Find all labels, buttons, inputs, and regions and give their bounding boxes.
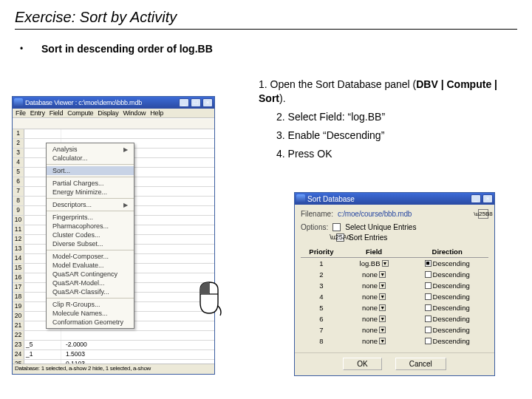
sort-titlebar[interactable]: Sort Database _ ×: [295, 193, 494, 205]
cell[interactable]: [24, 331, 61, 340]
row-number: 9: [13, 206, 24, 215]
priority-cell: 1: [301, 258, 342, 270]
unique-checkbox[interactable]: [332, 223, 341, 231]
field-dropdown[interactable]: ▼: [379, 338, 386, 344]
minimize-button[interactable]: _: [471, 194, 481, 203]
menu-item[interactable]: Calculator...: [47, 154, 134, 163]
field-value: log.BB: [360, 259, 381, 267]
filename-browse-button[interactable]: \u25B8: [478, 209, 488, 219]
menu-item[interactable]: Analysis▶: [47, 145, 134, 154]
sortentries-checkbox[interactable]: \u25A0: [336, 233, 344, 242]
direction-label: Descending: [433, 337, 470, 345]
table-row[interactable]: 1: [13, 129, 214, 139]
cancel-button[interactable]: Cancel: [395, 358, 446, 370]
cell[interactable]: -2.0000: [61, 341, 98, 349]
direction-checkbox[interactable]: [425, 316, 432, 322]
sort-row: 1log.BB ▼■Descending: [301, 258, 488, 270]
sortentries-label: Sort Entries: [349, 233, 387, 242]
sort-table: Priority Field Direction 1log.BB ▼■Desce…: [301, 246, 488, 347]
menu-help[interactable]: Help: [150, 109, 163, 117]
dbv-titlebar[interactable]: Database Viewer : c:\moe\demo\bbb.mdb _ …: [13, 97, 214, 109]
direction-checkbox[interactable]: [425, 327, 432, 333]
cell[interactable]: [61, 129, 98, 138]
close-button[interactable]: ×: [202, 98, 213, 107]
col-field: Field: [342, 246, 406, 258]
menu-item[interactable]: Model-Composer...: [47, 252, 134, 261]
field-value: none: [362, 293, 378, 301]
menu-item[interactable]: Partial Charges...: [47, 179, 134, 188]
menu-item[interactable]: Model Evaluate...: [47, 261, 134, 270]
menu-item[interactable]: Descriptors...▶: [47, 200, 134, 209]
field-dropdown[interactable]: ▼: [379, 327, 386, 333]
minimize-button[interactable]: _: [179, 98, 189, 107]
menu-separator: [47, 164, 134, 165]
direction-label: Descending: [433, 293, 470, 301]
menu-entry[interactable]: Entry: [30, 109, 45, 117]
field-dropdown[interactable]: ▼: [379, 316, 386, 322]
ok-button[interactable]: OK: [343, 358, 381, 370]
close-button[interactable]: ×: [482, 194, 493, 203]
dbv-toolbar: [13, 119, 214, 129]
field-dropdown[interactable]: ▼: [379, 293, 386, 300]
menu-field[interactable]: Field: [50, 109, 64, 117]
direction-label: Descending: [433, 326, 470, 334]
dbv-statusbar: Database: 1 selected, a-show 2 hide, 1 s…: [13, 364, 214, 374]
row-number: 24: [13, 350, 24, 359]
menu-compute[interactable]: Compute: [67, 109, 93, 117]
menu-item[interactable]: Clip R-Groups...: [47, 300, 134, 309]
cell[interactable]: _1: [24, 350, 61, 359]
sort-title-text: Sort Database: [307, 195, 468, 203]
menu-file[interactable]: File: [16, 109, 26, 117]
row-number: 3: [13, 149, 24, 157]
field-value: none: [362, 270, 378, 279]
field-dropdown[interactable]: ▼: [379, 271, 386, 278]
menu-item[interactable]: Cluster Codes...: [47, 231, 134, 239]
direction-label: Descending: [433, 315, 470, 323]
row-number: 18: [13, 293, 24, 301]
field-value: none: [362, 315, 378, 323]
field-value: none: [362, 337, 378, 345]
cell[interactable]: [24, 129, 61, 138]
table-row[interactable]: 23_5-2.0000: [13, 341, 214, 350]
menu-item[interactable]: Sort...: [47, 166, 134, 175]
field-dropdown[interactable]: ▼: [379, 304, 386, 311]
direction-checkbox[interactable]: [425, 282, 432, 289]
dbv-menubar[interactable]: File Entry Field Compute Display Window …: [13, 109, 214, 118]
menu-item[interactable]: QuaSAR-Classify...: [47, 287, 134, 296]
compute-menu[interactable]: Analysis▶Calculator...Sort...Partial Cha…: [46, 143, 134, 329]
menu-item[interactable]: Diverse Subset...: [47, 239, 134, 248]
app-icon: [14, 98, 23, 107]
menu-item[interactable]: Energy Minimize...: [47, 188, 134, 197]
cell[interactable]: [61, 331, 98, 340]
row-number: 17: [13, 283, 24, 292]
field-value: none: [362, 304, 378, 312]
sort-row: 6none ▼Descending: [301, 313, 488, 324]
direction-checkbox[interactable]: [425, 271, 432, 278]
row-number: 1: [13, 129, 24, 138]
row-number: 22: [13, 331, 24, 340]
field-dropdown[interactable]: ▼: [379, 282, 386, 289]
menu-separator: [47, 198, 134, 199]
menu-item[interactable]: Fingerprints...: [47, 213, 134, 222]
menu-display[interactable]: Display: [98, 109, 118, 117]
submenu-arrow-icon: ▶: [123, 146, 128, 153]
table-row[interactable]: 24_11.5003: [13, 350, 214, 360]
menu-window[interactable]: Window: [123, 109, 146, 117]
menu-item[interactable]: QuaSAR-Model...: [47, 279, 134, 287]
menu-item[interactable]: Conformation Geometry: [47, 318, 134, 327]
direction-label: Descending: [433, 259, 470, 267]
priority-cell: 2: [301, 269, 342, 280]
menu-item[interactable]: QuaSAR Contingency: [47, 270, 134, 279]
maximize-button[interactable]: □: [191, 98, 201, 107]
direction-checkbox[interactable]: [425, 293, 432, 300]
table-row[interactable]: 22: [13, 331, 214, 341]
field-dropdown[interactable]: ▼: [382, 260, 389, 267]
cell[interactable]: 1.5003: [61, 350, 98, 359]
direction-checkbox[interactable]: ■: [425, 260, 432, 267]
direction-checkbox[interactable]: [425, 304, 432, 311]
menu-item[interactable]: Pharmacophores...: [47, 222, 134, 231]
options-label: Options:: [301, 223, 328, 231]
cell[interactable]: _5: [24, 341, 61, 349]
direction-checkbox[interactable]: [425, 338, 432, 344]
menu-item[interactable]: Molecule Names...: [47, 309, 134, 318]
